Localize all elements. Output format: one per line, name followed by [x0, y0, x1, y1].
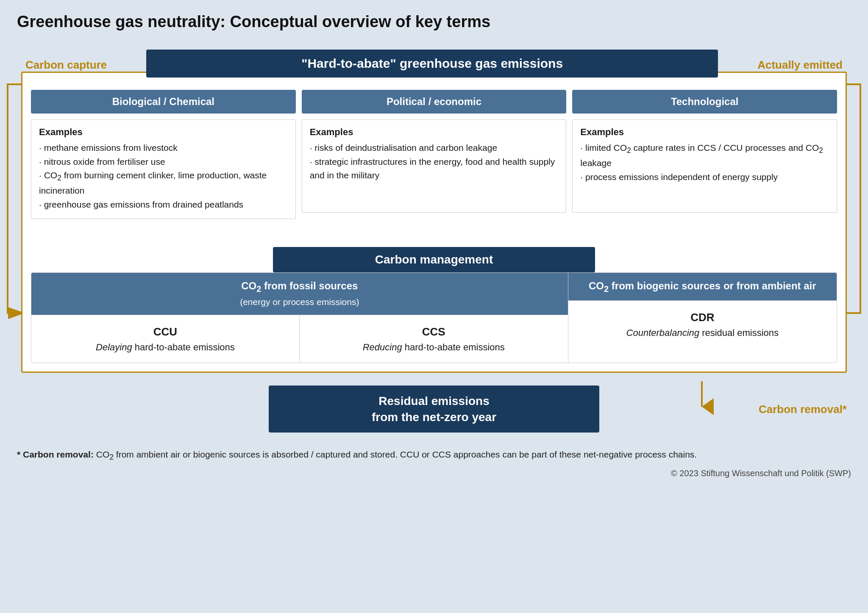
- tech-example-2: process emissions independent of energy …: [580, 170, 829, 184]
- biogenic-sources-header: CO2 from biogenic sources or from ambien…: [568, 273, 837, 301]
- ccs-cell: CCS Reducing hard-to-abate emissions: [300, 315, 568, 363]
- bio-example-2: nitrous oxide from fertiliser use: [39, 155, 288, 169]
- footer-bold-label: * Carbon removal:: [17, 449, 94, 459]
- footer-note: * Carbon removal: CO2 from ambient air o…: [17, 448, 851, 480]
- bio-example-4: greenhouse gas emissions from drained pe…: [39, 198, 288, 212]
- technological-column: Technological Examples limited CO2 captu…: [572, 90, 837, 219]
- bio-chemical-column: Biological / Chemical Examples methane e…: [31, 90, 296, 219]
- tech-examples-label: Examples: [580, 127, 829, 138]
- label-carbon-capture: Carbon capture: [25, 58, 107, 72]
- fossil-sources-subheader: (energy or process emissions): [240, 297, 359, 307]
- residual-section: Residual emissionsfrom the net-zero year…: [21, 386, 847, 433]
- political-economic-content: Examples risks of deindustrialisation an…: [302, 119, 567, 213]
- technological-content: Examples limited CO2 capture rates in CC…: [572, 119, 837, 213]
- label-carbon-removal: Carbon removal*: [759, 402, 847, 416]
- tech-example-1: limited CO2 capture rates in CCS / CCU p…: [580, 141, 829, 170]
- footer-copyright: © 2023 Stiftung Wissenschaft und Politik…: [17, 467, 851, 480]
- bio-chemical-content: Examples methane emissions from livestoc…: [31, 119, 296, 219]
- technological-header: Technological: [572, 90, 837, 114]
- cdr-cell: CDR Counterbalancing residual emissions: [568, 300, 837, 348]
- political-examples-list: risks of deindustrialisation and carbon …: [310, 141, 559, 183]
- bottom-columns: CO2 from fossil sources (energy or proce…: [31, 273, 837, 363]
- ccs-desc: Reducing hard-to-abate emissions: [306, 340, 561, 354]
- ccu-title: CCU: [38, 324, 292, 340]
- political-example-2: strategic infrastructures in the energy,…: [310, 155, 559, 183]
- fossil-sources-column: CO2 from fossil sources (energy or proce…: [31, 273, 568, 363]
- cdr-title: CDR: [575, 309, 830, 326]
- political-examples-label: Examples: [310, 127, 559, 138]
- page-title: Greenhouse gas neutrality: Conceptual ov…: [17, 13, 851, 31]
- ccu-ccs-columns: CCU Delaying hard-to-abate emissions CCS…: [31, 315, 568, 363]
- three-columns: Biological / Chemical Examples methane e…: [31, 90, 837, 219]
- political-example-1: risks of deindustrialisation and carbon …: [310, 141, 559, 155]
- fossil-sources-header: CO2 from fossil sources (energy or proce…: [31, 273, 568, 315]
- residual-emissions-box: Residual emissionsfrom the net-zero year: [269, 386, 599, 433]
- ccs-title: CCS: [306, 324, 561, 340]
- political-economic-header: Political / economic: [302, 90, 567, 114]
- label-actually-emitted: Actually emitted: [757, 58, 843, 72]
- bio-examples-list: methane emissions from livestock nitrous…: [39, 141, 288, 212]
- ccu-cell: CCU Delaying hard-to-abate emissions: [31, 315, 300, 363]
- bottom-section: CO2 from fossil sources (energy or proce…: [31, 272, 837, 363]
- carbon-management-header: Carbon management: [273, 247, 595, 272]
- cdr-arrow: [689, 381, 715, 415]
- bio-examples-label: Examples: [39, 127, 288, 138]
- bio-example-1: methane emissions from livestock: [39, 141, 288, 155]
- hard-to-abate-header: "Hard-to-abate" greenhouse gas emissions: [146, 50, 718, 78]
- footer-text: CO2 from ambient air or biogenic sources…: [96, 449, 697, 459]
- bio-chemical-header: Biological / Chemical: [31, 90, 296, 114]
- cdr-desc: Counterbalancing residual emissions: [575, 326, 830, 340]
- bio-example-3: CO2 from burning cement clinker, lime pr…: [39, 169, 288, 198]
- biogenic-sources-column: CO2 from biogenic sources or from ambien…: [568, 273, 837, 363]
- footer-paragraph: * Carbon removal: CO2 from ambient air o…: [17, 448, 851, 463]
- ccu-desc: Delaying hard-to-abate emissions: [38, 340, 292, 354]
- political-economic-column: Political / economic Examples risks of d…: [302, 90, 567, 219]
- tech-examples-list: limited CO2 capture rates in CCS / CCU p…: [580, 141, 829, 184]
